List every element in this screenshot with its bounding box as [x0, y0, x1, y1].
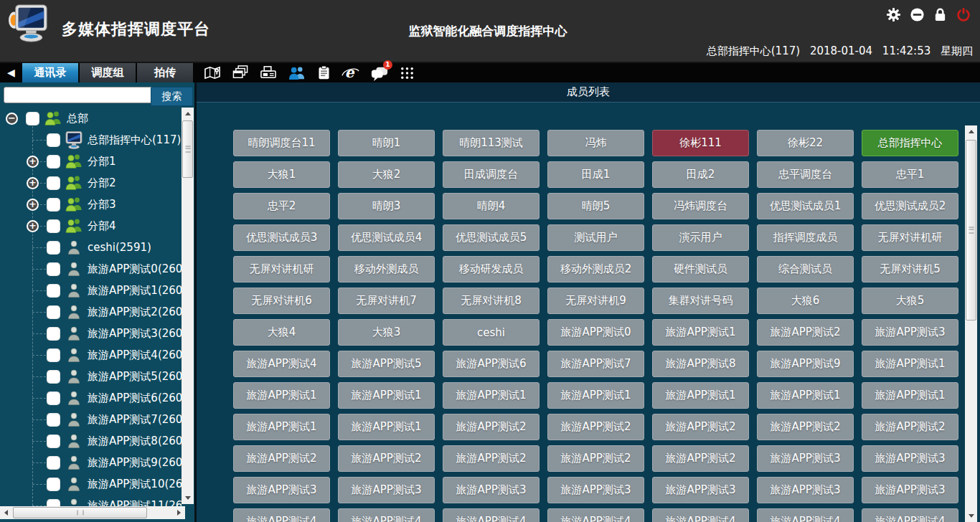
- member-button[interactable]: 无屏对讲机6: [233, 288, 330, 314]
- power-icon[interactable]: [956, 6, 971, 22]
- member-button[interactable]: 旅游APP测试1: [757, 382, 854, 409]
- tree-item[interactable]: + 分部3: [0, 194, 182, 215]
- member-button[interactable]: 无屏对讲机研: [233, 256, 330, 283]
- member-button[interactable]: 忠平调度台: [757, 161, 854, 188]
- member-button[interactable]: 旅游APP测试4: [233, 508, 330, 522]
- tree-item[interactable]: + 分部2: [0, 172, 182, 194]
- contacts-icon[interactable]: [287, 65, 307, 81]
- member-button[interactable]: 移动外测成员2: [547, 256, 644, 283]
- member-button[interactable]: 晴朗1: [338, 130, 435, 156]
- search-input[interactable]: [4, 87, 153, 103]
- tree-checkbox[interactable]: [47, 284, 60, 298]
- tree-checkbox[interactable]: [47, 133, 60, 147]
- member-button[interactable]: 指挥调度成员: [757, 224, 854, 251]
- scrollbar-thumb[interactable]: [966, 140, 976, 321]
- member-button[interactable]: 旅游APP测试2: [233, 445, 330, 472]
- tree-item[interactable]: 总部指挥中心(117): [0, 129, 182, 151]
- member-button[interactable]: 徐彬22: [757, 130, 854, 156]
- tree-item[interactable]: 旅游APP测试5(2605: [0, 366, 182, 387]
- member-button[interactable]: 冯炜: [547, 130, 644, 156]
- sidebar-vertical-scrollbar[interactable]: [182, 108, 194, 504]
- member-button[interactable]: 旅游APP测试4: [233, 351, 330, 377]
- fax-icon[interactable]: [259, 65, 278, 81]
- member-button[interactable]: 无屏对讲机5: [862, 256, 958, 283]
- member-button[interactable]: 优思测试成员2: [862, 193, 958, 219]
- member-button[interactable]: 总部指挥中心: [862, 130, 958, 156]
- tree-checkbox[interactable]: [47, 392, 60, 405]
- tree-item[interactable]: ceshi(2591): [0, 237, 182, 258]
- member-button[interactable]: 旅游APP测试1: [547, 382, 644, 409]
- member-button[interactable]: 旅游APP测试9: [757, 351, 854, 377]
- tree-item[interactable]: 旅游APP测试3(2603: [0, 323, 182, 344]
- member-button[interactable]: 旅游APP测试5: [338, 351, 435, 377]
- member-button[interactable]: 旅游APP测试1: [443, 382, 540, 409]
- member-button[interactable]: 旅游APP测试3: [338, 477, 435, 503]
- scroll-up-icon[interactable]: [965, 125, 977, 138]
- scroll-up-icon[interactable]: [182, 108, 194, 120]
- member-button[interactable]: 旅游APP测试2: [443, 445, 540, 472]
- collapse-icon[interactable]: −: [6, 113, 18, 125]
- member-button[interactable]: 旅游APP测试4: [757, 508, 854, 522]
- tree-checkbox[interactable]: [47, 241, 60, 255]
- member-button[interactable]: 旅游APP测试1: [652, 319, 749, 346]
- tree-item[interactable]: 旅游APP测试0(2600: [0, 258, 182, 280]
- member-button[interactable]: 晴朗3: [338, 193, 435, 219]
- member-button[interactable]: 旅游APP测试2: [757, 319, 854, 346]
- tree-item[interactable]: 旅游APP测试1(2601: [0, 280, 182, 301]
- tree-item[interactable]: − 总部: [0, 108, 182, 129]
- tree-item[interactable]: 旅游APP测试6(2606: [0, 387, 182, 409]
- member-button[interactable]: 旅游APP测试2: [652, 414, 749, 440]
- member-button[interactable]: 旅游APP测试4: [862, 508, 958, 522]
- member-button[interactable]: ceshi: [443, 319, 540, 346]
- member-button[interactable]: 旅游APP测试7: [547, 351, 644, 377]
- member-button[interactable]: 旅游APP测试2: [338, 445, 435, 472]
- member-button[interactable]: 忠平2: [233, 193, 330, 219]
- tree-checkbox[interactable]: [47, 435, 60, 448]
- scrollbar-thumb[interactable]: [13, 507, 147, 518]
- tree-item[interactable]: 旅游APP测试8(2608: [0, 430, 182, 452]
- member-button[interactable]: 无屏对讲机7: [338, 288, 435, 314]
- member-button[interactable]: 测试用户: [547, 224, 644, 251]
- back-arrow-icon[interactable]: ◀: [7, 67, 15, 78]
- member-button[interactable]: 大狼4: [233, 319, 330, 346]
- member-button[interactable]: 田成2: [652, 161, 749, 188]
- member-button[interactable]: 大狼5: [862, 288, 958, 314]
- map-location-icon[interactable]: [203, 65, 222, 81]
- member-button[interactable]: 旅游APP测试3: [862, 319, 958, 346]
- chat-message-icon[interactable]: 1: [369, 65, 390, 82]
- member-button[interactable]: 大狼2: [338, 161, 435, 188]
- member-button[interactable]: 旅游APP测试8: [652, 351, 749, 377]
- member-button[interactable]: 无屏对讲机8: [443, 288, 540, 314]
- tree-checkbox[interactable]: [47, 305, 60, 319]
- expand-icon[interactable]: +: [27, 177, 39, 189]
- member-button[interactable]: 优思测试成员5: [443, 224, 540, 251]
- expand-icon[interactable]: +: [27, 156, 39, 168]
- member-button[interactable]: 旅游APP测试4: [443, 508, 540, 522]
- tree-item[interactable]: 旅游APP测试7(2607: [0, 409, 182, 430]
- member-button[interactable]: 旅游APP测试3: [652, 477, 749, 503]
- member-button[interactable]: 无屏对讲机9: [547, 288, 644, 314]
- member-button[interactable]: 冯炜调度台: [652, 193, 749, 219]
- tree-item[interactable]: 旅游APP测试4(2604: [0, 344, 182, 366]
- member-button[interactable]: 旅游APP测试2: [547, 445, 644, 472]
- scrollbar-thumb[interactable]: [182, 120, 193, 178]
- ie-browser-icon[interactable]: e: [341, 65, 360, 81]
- tree-item[interactable]: + 分部1: [0, 151, 182, 172]
- member-button[interactable]: 旅游APP测试1: [862, 351, 958, 377]
- member-button[interactable]: 旅游APP测试4: [338, 508, 435, 522]
- cascade-windows-icon[interactable]: [232, 65, 250, 81]
- lock-icon[interactable]: [933, 7, 947, 22]
- member-button[interactable]: 旅游APP测试3: [443, 477, 540, 503]
- scroll-down-icon[interactable]: [965, 510, 977, 522]
- member-button[interactable]: 大狼3: [338, 319, 435, 346]
- member-button[interactable]: 旅游APP测试4: [652, 508, 749, 522]
- tree-checkbox[interactable]: [47, 478, 60, 491]
- member-button[interactable]: 无屏对讲机研: [862, 224, 958, 251]
- member-button[interactable]: 旅游APP测试1: [233, 414, 330, 440]
- member-button[interactable]: 硬件测试员: [652, 256, 749, 283]
- member-button[interactable]: 移动研发成员: [443, 256, 540, 283]
- member-button[interactable]: 优思测试成员3: [233, 224, 330, 251]
- tree-item[interactable]: 旅游APP测试10(26: [0, 473, 182, 495]
- member-button[interactable]: 集群对讲号码: [652, 288, 749, 314]
- tree-checkbox[interactable]: [47, 262, 60, 276]
